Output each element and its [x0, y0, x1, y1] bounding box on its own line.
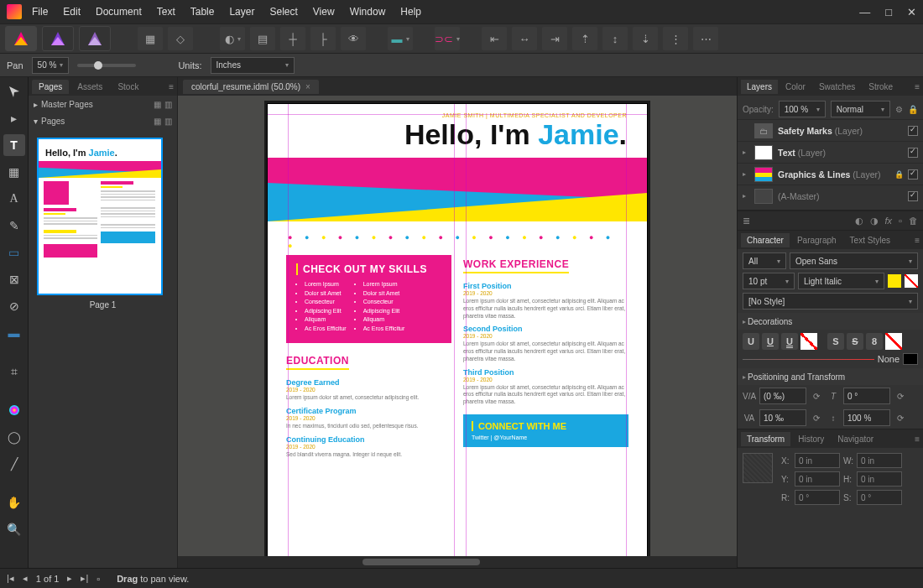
zoom-select[interactable]: 50 %	[32, 57, 70, 74]
menu-file[interactable]: File	[32, 6, 48, 18]
menu-layer[interactable]: Layer	[229, 6, 254, 18]
shear-input[interactable]	[843, 388, 890, 404]
stroke-swatch[interactable]	[905, 274, 918, 288]
tab-stock[interactable]: Stock	[111, 80, 145, 94]
char-style-select[interactable]: [No Style]	[743, 293, 918, 310]
table-tool-icon[interactable]: ▦	[3, 161, 25, 183]
tab-character[interactable]: Character	[741, 233, 790, 247]
kerning-input[interactable]	[759, 388, 806, 404]
tb-preview-icon[interactable]: ▦	[138, 27, 163, 50]
fill-tool-icon[interactable]	[3, 399, 25, 421]
master-add-icon[interactable]: ▦	[154, 100, 161, 109]
tb-align-vcenter-icon[interactable]: ↕	[602, 27, 628, 50]
mask-icon[interactable]: ◐	[855, 216, 863, 226]
positioning-header[interactable]: Positioning and Transform	[738, 368, 923, 385]
transform-s-input[interactable]	[857, 490, 902, 505]
place-image-tool-icon[interactable]: ▬	[3, 322, 25, 344]
font-family-select[interactable]: Open Sans	[790, 252, 918, 269]
ellipse-tool-icon[interactable]: ⊘	[3, 295, 25, 317]
tb-preflight-icon[interactable]: ◐	[220, 27, 245, 50]
menu-text[interactable]: Text	[157, 6, 175, 18]
lock-icon[interactable]: 🔒	[894, 170, 903, 179]
doc-tab-close-icon[interactable]: ×	[305, 82, 310, 91]
first-page-icon[interactable]: |◂	[7, 573, 14, 584]
layer-visibility-checkbox[interactable]	[908, 169, 918, 180]
underline3-btn[interactable]: U	[781, 333, 798, 350]
blendmode-select[interactable]: Normal	[831, 101, 890, 117]
frame-text-tool-icon[interactable]: T	[3, 134, 25, 156]
next-page-icon[interactable]: ▸	[67, 573, 72, 584]
tb-distribute-h-icon[interactable]: ⋮	[663, 27, 688, 50]
tb-alignedge-icon[interactable]: ├	[310, 27, 336, 50]
underline2-btn[interactable]: U	[762, 333, 779, 350]
transform-w-input[interactable]	[857, 453, 902, 468]
tab-swatches[interactable]: Swatches	[813, 80, 861, 94]
tb-aligncenter-icon[interactable]: ┼	[280, 27, 305, 50]
menu-view[interactable]: View	[313, 6, 335, 18]
zoom-slider[interactable]	[77, 64, 136, 67]
pages-view-icon[interactable]: ▥	[164, 117, 172, 126]
layer-lock-icon[interactable]: 🔒	[908, 105, 918, 114]
layer-visibility-checkbox[interactable]	[908, 126, 918, 136]
vector-brush-tool-icon[interactable]: ╱	[3, 453, 25, 475]
persona-designer[interactable]	[79, 26, 111, 51]
fill-swatch[interactable]	[888, 274, 901, 288]
tab-paragraph[interactable]: Paragraph	[791, 233, 842, 247]
layer-visibility-checkbox[interactable]	[908, 191, 918, 201]
crop-tool-icon[interactable]: ⌗	[3, 361, 25, 382]
tab-transform[interactable]: Transform	[741, 432, 790, 446]
menu-select[interactable]: Select	[269, 6, 297, 18]
strike-btn[interactable]: S	[827, 333, 844, 350]
strike2-btn[interactable]: S	[847, 333, 863, 350]
underline-btn[interactable]: U	[743, 333, 759, 350]
tb-align-bottom-icon[interactable]: ⇣	[633, 27, 658, 50]
transparency-tool-icon[interactable]: ◯	[3, 426, 25, 448]
tb-viewmode-icon[interactable]: ▬	[388, 27, 413, 50]
horizontal-scrollbar[interactable]	[178, 556, 737, 568]
tb-align-hcenter-icon[interactable]: ↔	[512, 27, 537, 50]
hscale-input[interactable]	[843, 409, 890, 426]
add-page-icon[interactable]: ▫	[96, 574, 100, 584]
page-artboard[interactable]: JAMIE SMITH | MULTIMEDIA SPECIALIST AND …	[268, 104, 647, 556]
zoom-tool-icon[interactable]: 🔍	[3, 518, 25, 540]
tab-navigator[interactable]: Navigator	[832, 432, 879, 446]
tb-baseline-icon[interactable]: ▤	[250, 27, 275, 50]
tab-history[interactable]: History	[792, 432, 830, 446]
last-page-icon[interactable]: ▸|	[81, 573, 88, 584]
pan-tool-icon[interactable]: ✋	[3, 492, 25, 513]
prev-page-icon[interactable]: ◂	[23, 573, 28, 584]
fx-icon[interactable]: fx	[885, 216, 893, 226]
page-thumbnail-1[interactable]: Hello, I'm Jamie.	[37, 138, 163, 295]
move-tool-icon[interactable]	[3, 81, 25, 102]
transform-r-input[interactable]	[795, 490, 840, 505]
picture-frame-tool-icon[interactable]: ⊠	[3, 268, 25, 290]
char-menu-icon[interactable]: ≡	[915, 236, 920, 245]
master-pages-header[interactable]: ▸ Master Pages ▦▥	[29, 96, 177, 112]
layer-safety-marks[interactable]: 🗀 Safety Marks (Layer)	[738, 119, 923, 141]
tab-pages[interactable]: Pages	[32, 80, 69, 94]
minimize-icon[interactable]: —	[859, 6, 870, 18]
tb-align-left-icon[interactable]: ⇤	[482, 27, 507, 50]
tb-distribute-v-icon[interactable]: ⋯	[693, 27, 718, 50]
canvas[interactable]: JAMIE SMITH | MULTIMEDIA SPECIALIST AND …	[178, 96, 737, 556]
tb-show-all-icon[interactable]: 👁	[341, 27, 366, 50]
rectangle-tool-icon[interactable]: ▭	[3, 242, 25, 263]
tb-align-right-icon[interactable]: ⇥	[542, 27, 567, 50]
tb-snapping-icon[interactable]: ⊃⊂	[435, 27, 460, 50]
transform-menu-icon[interactable]: ≡	[915, 434, 920, 444]
transform-y-input[interactable]	[795, 471, 840, 487]
close-icon[interactable]: ✕	[907, 6, 916, 18]
strike-color-swatch[interactable]	[885, 333, 902, 350]
menu-table[interactable]: Table	[190, 6, 215, 18]
layers-menu-icon[interactable]: ≡	[915, 82, 920, 91]
layer-cog-icon[interactable]: ⚙	[895, 105, 903, 114]
font-size-select[interactable]: 10 pt	[743, 273, 795, 289]
menu-document[interactable]: Document	[96, 6, 142, 18]
layer-graphics-lines[interactable]: ▸ Graphics & Lines (Layer) 🔒	[738, 163, 923, 185]
panel-menu-icon[interactable]: ≡	[169, 82, 174, 91]
menu-edit[interactable]: Edit	[63, 6, 81, 18]
pen-tool-icon[interactable]: ✎	[3, 215, 25, 237]
tb-clip-icon[interactable]: ◇	[168, 27, 193, 50]
stack-icon[interactable]: ≣	[743, 216, 750, 226]
underline-color-swatch[interactable]	[800, 333, 817, 350]
